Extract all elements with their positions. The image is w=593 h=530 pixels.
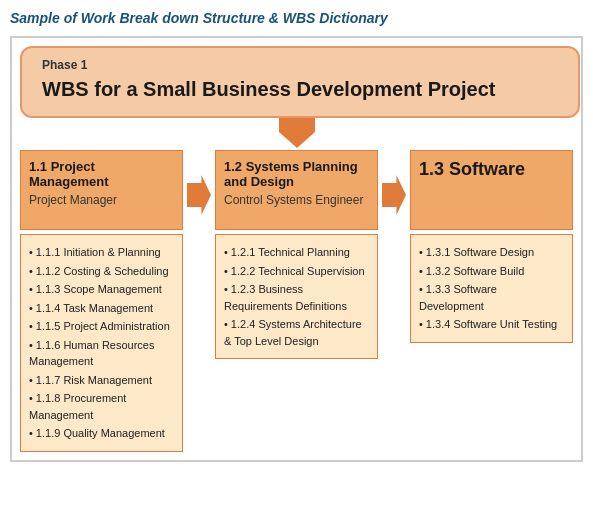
list-item: 1.1.6 Human Resources Management	[29, 336, 174, 371]
list-item: 1.2.1 Technical Planning	[224, 243, 369, 262]
col3-header: 1.3 Software	[410, 150, 573, 230]
col3-header-title: 1.3 Software	[419, 159, 564, 180]
list-item: 1.1.8 Procurement Management	[29, 389, 174, 424]
arrow-1	[185, 150, 213, 215]
col1-header-sub: Project Manager	[29, 193, 174, 207]
column-3: 1.3 Software 1.3.1 Software Design 1.3.2…	[410, 150, 573, 343]
phase-box: Phase 1 WBS for a Small Business Develop…	[20, 46, 580, 118]
phase-label: Phase 1	[42, 58, 558, 72]
list-item: 1.3.4 Software Unit Testing	[419, 315, 564, 334]
col2-header-sub: Control Systems Engineer	[224, 193, 369, 207]
col2-content: 1.2.1 Technical Planning 1.2.2 Technical…	[215, 234, 378, 359]
arrow-tri	[279, 132, 315, 148]
page-container: Sample of Work Break down Structure & WB…	[10, 10, 583, 462]
col3-list: 1.3.1 Software Design 1.3.2 Software Bui…	[419, 243, 564, 334]
list-item: 1.1.1 Initiation & Planning	[29, 243, 174, 262]
list-item: 1.2.2 Technical Supervision	[224, 262, 369, 281]
arrow-2	[380, 150, 408, 215]
list-item: 1.1.9 Quality Management	[29, 424, 174, 443]
right-arrow-icon	[382, 175, 406, 215]
col2-list: 1.2.1 Technical Planning 1.2.2 Technical…	[224, 243, 369, 350]
col1-header-title: 1.1 Project Management	[29, 159, 174, 189]
list-item: 1.3.1 Software Design	[419, 243, 564, 262]
column-2: 1.2 Systems Planning and Design Control …	[215, 150, 378, 359]
list-item: 1.1.5 Project Administration	[29, 317, 174, 336]
col3-content: 1.3.1 Software Design 1.3.2 Software Bui…	[410, 234, 573, 343]
col2-header-title: 1.2 Systems Planning and Design	[224, 159, 369, 189]
arrow-rect	[279, 118, 315, 132]
right-arrow-icon	[187, 175, 211, 215]
col1-header: 1.1 Project Management Project Manager	[20, 150, 183, 230]
main-container: Phase 1 WBS for a Small Business Develop…	[10, 36, 583, 462]
phase-title: WBS for a Small Business Development Pro…	[42, 76, 558, 102]
list-item: 1.1.3 Scope Management	[29, 280, 174, 299]
list-item: 1.1.4 Task Management	[29, 299, 174, 318]
list-item: 1.1.2 Costing & Scheduling	[29, 262, 174, 281]
columns-wrapper: 1.1 Project Management Project Manager 1…	[20, 150, 573, 452]
phase-down-arrow	[20, 118, 573, 148]
list-item: 1.2.4 Systems Architecture & Top Level D…	[224, 315, 369, 350]
list-item: 1.3.3 Software Development	[419, 280, 564, 315]
list-item: 1.3.2 Software Build	[419, 262, 564, 281]
list-item: 1.1.7 Risk Management	[29, 371, 174, 390]
col1-list: 1.1.1 Initiation & Planning 1.1.2 Costin…	[29, 243, 174, 443]
col1-content: 1.1.1 Initiation & Planning 1.1.2 Costin…	[20, 234, 183, 452]
list-item: 1.2.3 Business Requirements Definitions	[224, 280, 369, 315]
col2-header: 1.2 Systems Planning and Design Control …	[215, 150, 378, 230]
page-title: Sample of Work Break down Structure & WB…	[10, 10, 583, 26]
column-1: 1.1 Project Management Project Manager 1…	[20, 150, 183, 452]
